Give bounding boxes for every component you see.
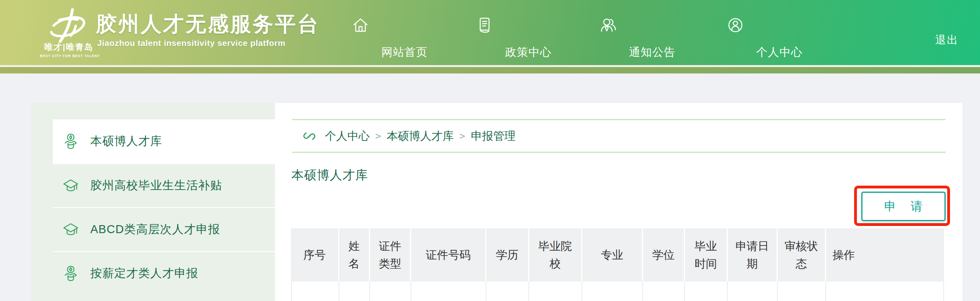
table-cell bbox=[411, 281, 486, 301]
logout-button[interactable]: 退出 bbox=[935, 33, 958, 47]
applications-table: 序号 姓名 证件类型 证件号码 学历 毕业院校 专业 学位 毕业时间 申请日期 … bbox=[291, 228, 944, 301]
col-header-id-type: 证件类型 bbox=[370, 228, 411, 281]
nav-label: 政策中心 bbox=[484, 45, 572, 60]
col-header-name: 姓名 bbox=[339, 228, 370, 281]
table-header-row: 序号 姓名 证件类型 证件号码 学历 毕业院校 专业 学位 毕业时间 申请日期 … bbox=[291, 228, 944, 281]
sidebar-item-talent-pool[interactable]: 本硕博人才库 bbox=[53, 119, 275, 163]
sidebar: 本硕博人才库 胶州高校毕业生生活补贴 ABCD类高层次人才申报 bbox=[32, 103, 275, 301]
breadcrumb-declare-management[interactable]: 申报管理 bbox=[471, 129, 516, 144]
page-title: 本硕博人才库 bbox=[291, 167, 368, 184]
table-cell bbox=[529, 281, 582, 301]
sidebar-item-label: ABCD类高层次人才申报 bbox=[90, 222, 220, 238]
brand-logo-tagline: BEST CITY FOR BEST TALENT bbox=[40, 54, 98, 58]
col-header-review-status: 审核状态 bbox=[778, 228, 826, 281]
table-cell bbox=[826, 281, 944, 301]
sidebar-item-label: 胶州高校毕业生生活补贴 bbox=[90, 178, 222, 194]
col-header-apply-date: 申请日期 bbox=[728, 228, 778, 281]
breadcrumb-personal-center[interactable]: 个人中心 bbox=[325, 129, 370, 144]
brand-logo-slogan: 唯才|唯青岛 bbox=[40, 42, 98, 53]
notice-people-icon bbox=[599, 16, 617, 34]
table-cell bbox=[582, 281, 643, 301]
sidebar-item-label: 按薪定才类人才申报 bbox=[90, 265, 198, 281]
header-subbar bbox=[0, 67, 980, 73]
nav-label: 网站首页 bbox=[361, 45, 448, 60]
site-header: 唯才|唯青岛 BEST CITY FOR BEST TALENT 胶州人才无感服… bbox=[0, 0, 980, 65]
brand-logo-text: 唯才|唯青岛 BEST CITY FOR BEST TALENT bbox=[40, 42, 98, 58]
policy-doc-icon bbox=[475, 16, 494, 34]
sidebar-item-graduate-subsidy[interactable]: 胶州高校毕业生生活补贴 bbox=[53, 163, 275, 207]
nav-item-personal-center[interactable]: 个人中心 bbox=[691, 0, 779, 65]
table-cell bbox=[685, 281, 728, 301]
site-title: 胶州人才无感服务平台 bbox=[96, 10, 320, 38]
sidebar-item-abcd-talent[interactable]: ABCD类高层次人才申报 bbox=[53, 207, 275, 251]
col-header-degree: 学位 bbox=[643, 228, 685, 281]
table-cell bbox=[778, 281, 826, 301]
nav-item-policy-center[interactable]: 政策中心 bbox=[440, 0, 528, 65]
col-header-id-number: 证件号码 bbox=[411, 228, 486, 281]
page: { "brand": { "logo_text": "唯才|唯青岛", "log… bbox=[0, 0, 980, 301]
col-header-education: 学历 bbox=[486, 228, 529, 281]
graduation-cap-icon bbox=[62, 176, 80, 195]
nav-label: 通知公告 bbox=[608, 45, 696, 60]
col-header-school: 毕业院校 bbox=[529, 228, 582, 281]
user-circle-icon bbox=[726, 16, 745, 34]
sidebar-menu: 本硕博人才库 胶州高校毕业生生活补贴 ABCD类高层次人才申报 bbox=[53, 119, 275, 295]
table-cell bbox=[643, 281, 685, 301]
table-cell bbox=[486, 281, 529, 301]
breadcrumb-separator: > bbox=[459, 131, 465, 142]
home-icon bbox=[351, 16, 370, 34]
sidebar-item-label: 本硕博人才库 bbox=[90, 133, 162, 149]
site-subtitle: Jiaozhou talent insensitivity service pl… bbox=[97, 38, 285, 48]
main-content-panel: 个人中心 > 本硕博人才库 > 申报管理 本硕博人才库 申 请 序号 姓名 证件… bbox=[275, 103, 962, 301]
brand-logo-icon bbox=[47, 7, 88, 44]
graduation-cap-icon bbox=[62, 220, 80, 239]
link-icon bbox=[303, 129, 316, 143]
col-header-index: 序号 bbox=[291, 228, 339, 281]
table-empty-row bbox=[291, 281, 944, 301]
table-cell bbox=[370, 281, 411, 301]
col-header-actions: 操作 bbox=[826, 228, 944, 281]
annotation-highlight-box: 申 请 bbox=[854, 186, 950, 226]
breadcrumb-separator: > bbox=[375, 131, 381, 142]
breadcrumb: 个人中心 > 本硕博人才库 > 申报管理 bbox=[292, 119, 946, 153]
nav-label: 个人中心 bbox=[735, 45, 823, 60]
talent-person-icon bbox=[62, 132, 80, 150]
breadcrumb-talent-pool[interactable]: 本硕博人才库 bbox=[386, 129, 454, 144]
table-cell bbox=[728, 281, 778, 301]
table-cell bbox=[339, 281, 370, 301]
col-header-major: 专业 bbox=[582, 228, 643, 281]
nav-item-home[interactable]: 网站首页 bbox=[317, 0, 404, 65]
nav-item-notices[interactable]: 通知公告 bbox=[564, 0, 652, 65]
talent-person-icon bbox=[62, 264, 80, 283]
col-header-graduation: 毕业时间 bbox=[685, 228, 728, 281]
apply-button[interactable]: 申 请 bbox=[861, 192, 946, 221]
sidebar-item-salary-talent[interactable]: 按薪定才类人才申报 bbox=[53, 251, 275, 295]
table-cell bbox=[291, 281, 339, 301]
